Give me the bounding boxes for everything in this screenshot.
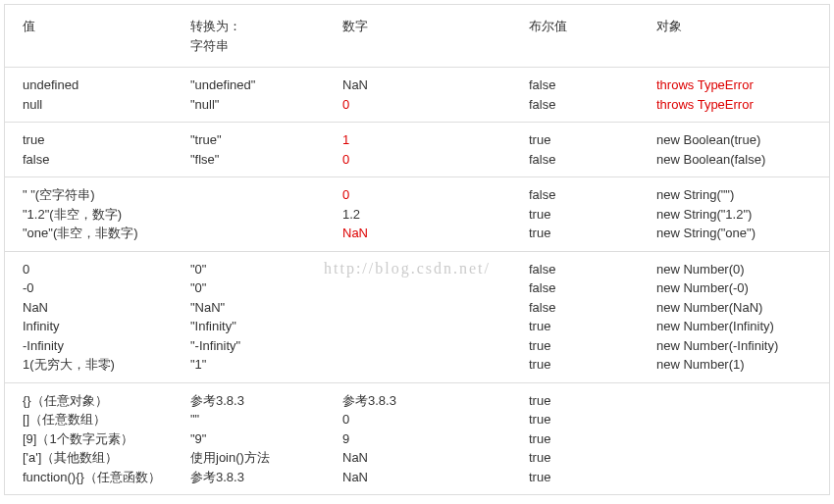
col-value: {}（任意对象）[]（任意数组）[9]（1个数字元素）['a']（其他数组）fu… xyxy=(5,389,186,489)
cell-object: new String("one") xyxy=(656,224,825,243)
cell-object: new String("1.2") xyxy=(656,205,825,225)
table-header: 值 转换为： 字符串 数字 布尔值 对象 xyxy=(5,5,829,68)
cell-number: NaN xyxy=(342,224,521,243)
col-number: 参考3.8.309NaNNaN xyxy=(339,389,525,489)
cell-string: "Infinity" xyxy=(190,317,335,336)
col-number: 01.2NaN xyxy=(339,183,525,245)
cell-number: 0 xyxy=(342,410,521,429)
cell-object xyxy=(656,448,825,468)
cell-boolean: true xyxy=(529,205,649,225)
col-value: 0-0NaNInfinity-Infinity1(无穷大，非零) xyxy=(5,258,186,377)
cell-boolean: true xyxy=(529,224,649,243)
col-object: new String("")new String("1.2")new Strin… xyxy=(652,183,829,245)
col-string: 参考3.8.3"""9"使用join()方法参考3.8.3 xyxy=(186,389,339,489)
cell-boolean: true xyxy=(529,391,649,411)
col-object: new Number(0)new Number(-0)new Number(Na… xyxy=(652,258,829,377)
col-object xyxy=(652,389,829,489)
cell-number xyxy=(342,298,521,318)
col-object: throws TypeErrorthrows TypeError xyxy=(652,74,829,116)
cell-value: false xyxy=(23,150,182,170)
cell-object: new String("") xyxy=(656,185,825,205)
cell-object: new Number(-0) xyxy=(656,278,825,298)
cell-boolean: false xyxy=(529,95,649,115)
cell-value: -0 xyxy=(23,278,182,298)
cell-string: "0" xyxy=(190,260,335,279)
cell-object xyxy=(656,429,825,449)
cell-number xyxy=(342,260,521,279)
cell-boolean: false xyxy=(529,260,649,279)
col-value: undefinednull xyxy=(5,74,186,116)
cell-object: new Number(-Infinity) xyxy=(656,336,825,356)
cell-string: "1" xyxy=(190,355,335,375)
table-section: {}（任意对象）[]（任意数组）[9]（1个数字元素）['a']（其他数组）fu… xyxy=(5,383,829,495)
cell-value: function(){}（任意函数） xyxy=(23,468,182,487)
cell-object: throws TypeError xyxy=(656,76,825,95)
cell-string: "undefined" xyxy=(190,76,335,95)
col-number: NaN0 xyxy=(339,74,525,116)
cell-boolean: true xyxy=(529,130,649,150)
cell-object xyxy=(656,391,825,411)
cell-string: "" xyxy=(190,410,335,429)
cell-number: 0 xyxy=(342,150,521,170)
cell-number: 0 xyxy=(342,185,521,205)
cell-value: "one"(非空，非数字) xyxy=(23,224,182,243)
cell-value: [9]（1个数字元素） xyxy=(23,429,182,449)
col-object: new Boolean(true)new Boolean(false) xyxy=(652,128,829,171)
cell-number xyxy=(342,355,521,375)
col-boolean: truetruetruetruetrue xyxy=(525,389,652,489)
cell-boolean: false xyxy=(529,150,649,170)
cell-object: new Boolean(true) xyxy=(656,130,825,150)
header-string-col: 转换为： 字符串 xyxy=(186,15,339,57)
cell-number: 1.2 xyxy=(342,205,521,225)
cell-string: "flse" xyxy=(190,150,335,170)
header-number: 数字 xyxy=(339,15,525,57)
cell-object: throws TypeError xyxy=(656,95,825,115)
cell-number: NaN xyxy=(342,76,521,95)
cell-value: Infinity xyxy=(23,317,182,336)
col-string xyxy=(186,183,339,245)
cell-value: 1(无穷大，非零) xyxy=(23,355,182,375)
col-number xyxy=(339,258,525,377)
header-object: 对象 xyxy=(652,15,829,57)
cell-string: 参考3.8.3 xyxy=(190,468,335,487)
cell-object xyxy=(656,410,825,429)
cell-string: 使用join()方法 xyxy=(190,448,335,468)
cell-string: "-Infinity" xyxy=(190,336,335,356)
cell-boolean: true xyxy=(529,448,649,468)
cell-boolean: true xyxy=(529,317,649,336)
cell-object: new Number(NaN) xyxy=(656,298,825,318)
col-boolean: falsetruetrue xyxy=(525,183,652,245)
cell-value: " "(空字符串) xyxy=(23,185,182,205)
cell-object: new Boolean(false) xyxy=(656,150,825,170)
col-string: "undefined""null" xyxy=(186,74,339,116)
cell-number: 0 xyxy=(342,95,521,115)
col-boolean: falsefalsefalsetruetruetrue xyxy=(525,258,652,377)
cell-object: new Number(1) xyxy=(656,355,825,375)
cell-object: new Number(Infinity) xyxy=(656,317,825,336)
cell-value: 0 xyxy=(23,260,182,279)
cell-boolean: true xyxy=(529,355,649,375)
cell-boolean: true xyxy=(529,336,649,356)
cell-string: "9" xyxy=(190,429,335,449)
cell-object: new Number(0) xyxy=(656,260,825,279)
conversion-table: 值 转换为： 字符串 数字 布尔值 对象 undefinednull"undef… xyxy=(4,4,830,495)
cell-number xyxy=(342,317,521,336)
cell-number: 参考3.8.3 xyxy=(342,391,521,411)
cell-boolean: true xyxy=(529,468,649,487)
col-value: truefalse xyxy=(5,128,186,171)
header-convert-to: 转换为： xyxy=(190,17,335,36)
cell-value: undefined xyxy=(23,76,182,95)
cell-string: 参考3.8.3 xyxy=(190,391,335,411)
table-section: " "(空字符串)"1.2"(非空，数字)"one"(非空，非数字) 01.2N… xyxy=(5,177,829,252)
cell-string xyxy=(190,185,335,205)
cell-string: "NaN" xyxy=(190,298,335,318)
header-value: 值 xyxy=(5,15,186,57)
cell-value: -Infinity xyxy=(23,336,182,356)
col-boolean: falsefalse xyxy=(525,74,652,116)
cell-value: ['a']（其他数组） xyxy=(23,448,182,468)
cell-number xyxy=(342,278,521,298)
cell-value: []（任意数组） xyxy=(23,410,182,429)
header-boolean: 布尔值 xyxy=(525,15,652,57)
col-number: 10 xyxy=(339,128,525,171)
col-boolean: truefalse xyxy=(525,128,652,171)
